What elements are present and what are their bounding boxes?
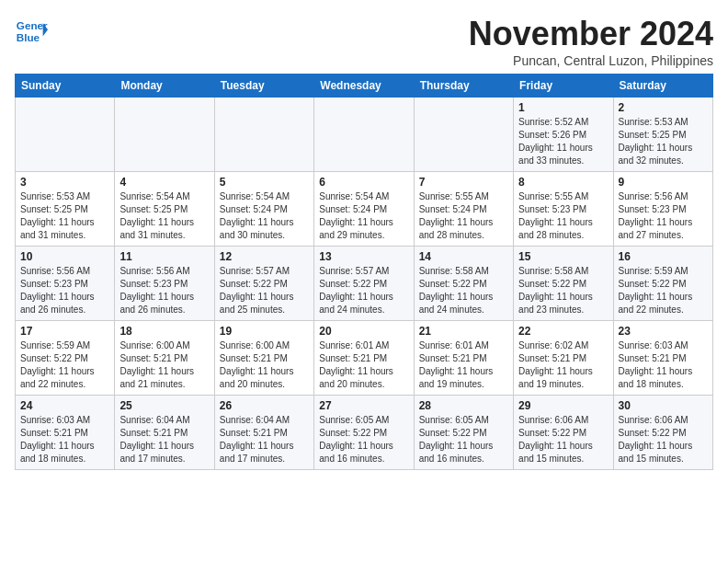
title-block: November 2024 Puncan, Central Luzon, Phi… (469, 15, 713, 68)
calendar-cell: 29Sunrise: 6:06 AMSunset: 5:22 PMDayligh… (514, 396, 613, 470)
day-info: Sunrise: 6:01 AMSunset: 5:21 PMDaylight:… (419, 339, 508, 391)
day-number: 7 (419, 176, 508, 189)
day-number: 9 (619, 176, 708, 189)
calendar-cell (115, 98, 214, 172)
day-info: Sunrise: 5:54 AMSunset: 5:24 PMDaylight:… (319, 190, 408, 242)
day-number: 18 (119, 325, 209, 338)
day-number: 5 (220, 176, 309, 189)
day-info: Sunrise: 6:02 AMSunset: 5:21 PMDaylight:… (518, 339, 608, 391)
calendar-cell: 28Sunrise: 6:05 AMSunset: 5:22 PMDayligh… (414, 396, 513, 470)
calendar-cell (214, 98, 313, 172)
calendar-cell: 25Sunrise: 6:04 AMSunset: 5:21 PMDayligh… (115, 396, 214, 470)
day-info: Sunrise: 6:04 AMSunset: 5:21 PMDaylight:… (119, 414, 209, 465)
calendar-cell: 11Sunrise: 5:56 AMSunset: 5:23 PMDayligh… (115, 247, 214, 321)
day-info: Sunrise: 6:03 AMSunset: 5:21 PMDaylight:… (20, 414, 109, 465)
calendar-cell: 8Sunrise: 5:55 AMSunset: 5:23 PMDaylight… (514, 172, 613, 247)
page-header: General Blue November 2024 Puncan, Centr… (15, 15, 713, 68)
weekday-header-wednesday: Wednesday (314, 75, 414, 98)
calendar-week-4: 17Sunrise: 5:59 AMSunset: 5:22 PMDayligh… (16, 321, 713, 396)
day-number: 22 (518, 325, 608, 338)
day-number: 30 (619, 399, 708, 412)
day-info: Sunrise: 5:53 AMSunset: 5:25 PMDaylight:… (20, 190, 109, 242)
day-info: Sunrise: 5:55 AMSunset: 5:23 PMDaylight:… (518, 190, 608, 242)
calendar-cell: 17Sunrise: 5:59 AMSunset: 5:22 PMDayligh… (16, 321, 115, 396)
day-info: Sunrise: 5:58 AMSunset: 5:22 PMDaylight:… (518, 265, 608, 316)
day-info: Sunrise: 6:04 AMSunset: 5:21 PMDaylight:… (220, 414, 309, 465)
day-number: 19 (220, 325, 309, 338)
calendar-cell: 6Sunrise: 5:54 AMSunset: 5:24 PMDaylight… (314, 172, 414, 247)
day-number: 23 (619, 325, 708, 338)
day-info: Sunrise: 6:05 AMSunset: 5:22 PMDaylight:… (419, 414, 508, 465)
calendar-cell: 10Sunrise: 5:56 AMSunset: 5:23 PMDayligh… (16, 247, 115, 321)
day-number: 16 (619, 250, 708, 263)
day-info: Sunrise: 5:52 AMSunset: 5:26 PMDaylight:… (518, 116, 608, 167)
day-number: 28 (419, 399, 508, 412)
day-number: 2 (619, 101, 708, 114)
day-info: Sunrise: 6:06 AMSunset: 5:22 PMDaylight:… (518, 414, 608, 465)
calendar-cell: 21Sunrise: 6:01 AMSunset: 5:21 PMDayligh… (414, 321, 513, 396)
calendar-table: SundayMondayTuesdayWednesdayThursdayFrid… (15, 74, 713, 470)
calendar-cell (314, 98, 414, 172)
day-number: 12 (220, 250, 309, 263)
day-number: 8 (518, 176, 608, 189)
weekday-header-sunday: Sunday (16, 75, 115, 98)
calendar-cell: 15Sunrise: 5:58 AMSunset: 5:22 PMDayligh… (514, 247, 613, 321)
day-info: Sunrise: 5:56 AMSunset: 5:23 PMDaylight:… (619, 190, 708, 242)
day-info: Sunrise: 6:01 AMSunset: 5:21 PMDaylight:… (319, 339, 408, 391)
day-info: Sunrise: 5:57 AMSunset: 5:22 PMDaylight:… (220, 265, 309, 316)
calendar-cell (16, 98, 115, 172)
calendar-cell: 14Sunrise: 5:58 AMSunset: 5:22 PMDayligh… (414, 247, 513, 321)
day-info: Sunrise: 5:59 AMSunset: 5:22 PMDaylight:… (20, 339, 109, 391)
weekday-header-row: SundayMondayTuesdayWednesdayThursdayFrid… (16, 75, 713, 98)
calendar-cell: 27Sunrise: 6:05 AMSunset: 5:22 PMDayligh… (314, 396, 414, 470)
day-number: 3 (20, 176, 109, 189)
day-number: 11 (119, 250, 209, 263)
calendar-cell: 22Sunrise: 6:02 AMSunset: 5:21 PMDayligh… (514, 321, 613, 396)
day-info: Sunrise: 5:56 AMSunset: 5:23 PMDaylight:… (20, 265, 109, 316)
weekday-header-monday: Monday (115, 75, 214, 98)
day-info: Sunrise: 6:05 AMSunset: 5:22 PMDaylight:… (319, 414, 408, 465)
calendar-cell: 5Sunrise: 5:54 AMSunset: 5:24 PMDaylight… (214, 172, 313, 247)
calendar-cell: 12Sunrise: 5:57 AMSunset: 5:22 PMDayligh… (214, 247, 313, 321)
day-info: Sunrise: 5:57 AMSunset: 5:22 PMDaylight:… (319, 265, 408, 316)
calendar-week-2: 3Sunrise: 5:53 AMSunset: 5:25 PMDaylight… (16, 172, 713, 247)
day-info: Sunrise: 5:55 AMSunset: 5:24 PMDaylight:… (419, 190, 508, 242)
day-number: 21 (419, 325, 508, 338)
calendar-week-5: 24Sunrise: 6:03 AMSunset: 5:21 PMDayligh… (16, 396, 713, 470)
day-number: 20 (319, 325, 408, 338)
location: Puncan, Central Luzon, Philippines (469, 53, 713, 68)
calendar-cell: 24Sunrise: 6:03 AMSunset: 5:21 PMDayligh… (16, 396, 115, 470)
day-number: 26 (220, 399, 309, 412)
weekday-header-thursday: Thursday (414, 75, 513, 98)
calendar-cell: 23Sunrise: 6:03 AMSunset: 5:21 PMDayligh… (613, 321, 712, 396)
day-number: 25 (119, 399, 209, 412)
day-number: 15 (518, 250, 608, 263)
calendar-cell: 3Sunrise: 5:53 AMSunset: 5:25 PMDaylight… (16, 172, 115, 247)
day-info: Sunrise: 5:58 AMSunset: 5:22 PMDaylight:… (419, 265, 508, 316)
day-info: Sunrise: 5:54 AMSunset: 5:25 PMDaylight:… (119, 190, 209, 242)
day-info: Sunrise: 5:53 AMSunset: 5:25 PMDaylight:… (619, 116, 708, 167)
day-info: Sunrise: 6:00 AMSunset: 5:21 PMDaylight:… (220, 339, 309, 391)
day-number: 14 (419, 250, 508, 263)
calendar-week-3: 10Sunrise: 5:56 AMSunset: 5:23 PMDayligh… (16, 247, 713, 321)
calendar-cell: 7Sunrise: 5:55 AMSunset: 5:24 PMDaylight… (414, 172, 513, 247)
calendar-cell: 9Sunrise: 5:56 AMSunset: 5:23 PMDaylight… (613, 172, 712, 247)
calendar-cell: 18Sunrise: 6:00 AMSunset: 5:21 PMDayligh… (115, 321, 214, 396)
day-number: 4 (119, 176, 209, 189)
weekday-header-friday: Friday (514, 75, 613, 98)
day-number: 1 (518, 101, 608, 114)
weekday-header-saturday: Saturday (613, 75, 712, 98)
day-number: 10 (20, 250, 109, 263)
day-info: Sunrise: 5:59 AMSunset: 5:22 PMDaylight:… (619, 265, 708, 316)
calendar-cell: 2Sunrise: 5:53 AMSunset: 5:25 PMDaylight… (613, 98, 712, 172)
day-number: 27 (319, 399, 408, 412)
calendar-cell: 30Sunrise: 6:06 AMSunset: 5:22 PMDayligh… (613, 396, 712, 470)
day-number: 24 (20, 399, 109, 412)
day-number: 29 (518, 399, 608, 412)
calendar-cell: 16Sunrise: 5:59 AMSunset: 5:22 PMDayligh… (613, 247, 712, 321)
day-info: Sunrise: 5:56 AMSunset: 5:23 PMDaylight:… (119, 265, 209, 316)
svg-text:Blue: Blue (17, 31, 40, 43)
calendar-cell: 13Sunrise: 5:57 AMSunset: 5:22 PMDayligh… (314, 247, 414, 321)
logo: General Blue (15, 15, 48, 48)
month-title: November 2024 (469, 15, 713, 53)
